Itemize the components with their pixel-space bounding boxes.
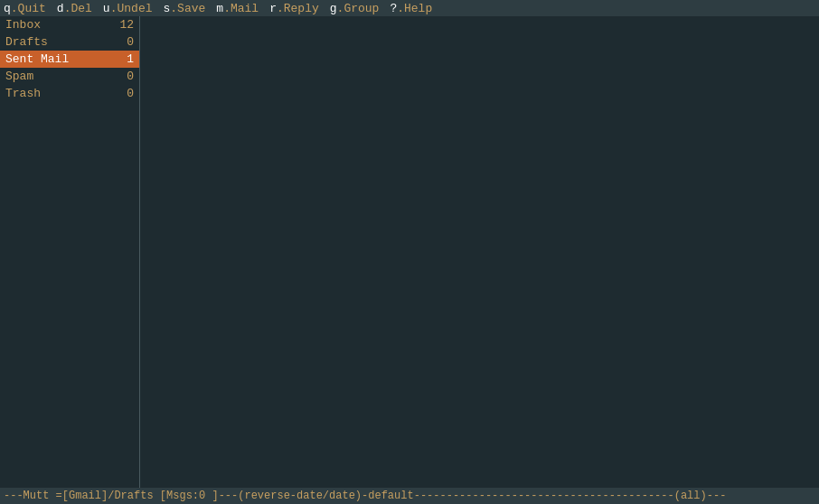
folder-drafts-count: 0 — [127, 35, 134, 49]
folder-sent[interactable]: Sent Mail 1 — [0, 51, 139, 68]
folder-inbox-name: Inbox — [5, 18, 41, 32]
status-text: ---Mutt =[Gmail]/Drafts [Msgs:0 ]---(rev… — [4, 490, 726, 502]
menubar: q.Quit d.Del u.Undel s.Save m.Mail r.Rep… — [0, 0, 819, 16]
folder-spam-count: 0 — [127, 70, 134, 83]
folder-spam[interactable]: Spam 0 — [0, 68, 139, 85]
statusbar: ---Mutt =[Gmail]/Drafts [Msgs:0 ]---(rev… — [0, 488, 819, 504]
app: q.Quit d.Del u.Undel s.Save m.Mail r.Rep… — [0, 0, 819, 504]
menu-save[interactable]: s.Save — [163, 2, 205, 15]
folder-drafts-name: Drafts — [5, 35, 48, 49]
folder-inbox-count: 12 — [119, 18, 134, 32]
menu-help[interactable]: ?.Help — [390, 2, 432, 15]
folder-trash-name: Trash — [5, 87, 41, 100]
menu-mail[interactable]: m.Mail — [216, 2, 259, 15]
content-area — [140, 16, 819, 488]
folder-inbox[interactable]: Inbox 12 — [0, 16, 139, 33]
folder-drafts[interactable]: Drafts 0 — [0, 33, 139, 51]
menu-reply[interactable]: r.Reply — [269, 2, 319, 15]
menu-undel[interactable]: u.Undel — [103, 2, 153, 15]
menu-del[interactable]: d.Del — [57, 2, 92, 15]
folder-trash[interactable]: Trash 0 — [0, 85, 139, 102]
folder-trash-count: 0 — [127, 87, 134, 100]
main-area: Inbox 12 Drafts 0 Sent Mail 1 Spam 0 Tra… — [0, 16, 819, 488]
menu-group[interactable]: g.Group — [330, 2, 380, 15]
folder-spam-name: Spam — [5, 70, 33, 83]
sidebar: Inbox 12 Drafts 0 Sent Mail 1 Spam 0 Tra… — [0, 16, 140, 488]
folder-sent-name: Sent Mail — [5, 52, 69, 66]
folder-sent-count: 1 — [127, 52, 134, 66]
menu-quit[interactable]: q.Quit — [4, 2, 46, 15]
